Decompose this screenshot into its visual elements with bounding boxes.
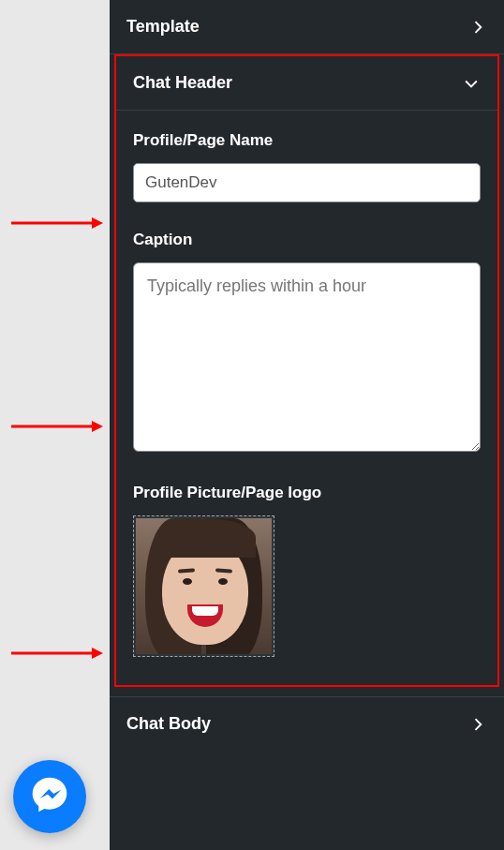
profile-picture-preview xyxy=(136,518,272,654)
caption-label: Caption xyxy=(133,231,481,249)
annotation-arrow-icon xyxy=(9,417,103,436)
profile-picture-upload[interactable] xyxy=(133,515,274,657)
chevron-down-icon xyxy=(462,74,481,93)
annotation-arrow-icon xyxy=(9,214,103,232)
section-template-title: Template xyxy=(126,17,200,37)
profile-picture-label: Profile Picture/Page logo xyxy=(133,484,481,502)
section-chat-body-header[interactable]: Chat Body xyxy=(110,696,504,751)
section-template-header[interactable]: Template xyxy=(110,0,504,54)
svg-marker-1 xyxy=(92,217,103,229)
settings-sidebar: Template Chat Header Profile/Page Name C… xyxy=(110,0,504,850)
profile-name-input[interactable] xyxy=(133,163,481,202)
chat-header-highlight: Chat Header Profile/Page Name Caption Pr… xyxy=(114,54,499,687)
messenger-icon xyxy=(29,774,70,819)
annotation-arrow-icon xyxy=(9,644,103,663)
svg-marker-5 xyxy=(92,648,103,659)
profile-name-field: Profile/Page Name xyxy=(133,131,481,202)
section-chat-header-title: Chat Header xyxy=(133,73,232,93)
chevron-right-icon xyxy=(468,715,487,734)
section-chat-body-title: Chat Body xyxy=(126,714,211,734)
caption-field: Caption xyxy=(133,231,481,455)
section-chat-header-header[interactable]: Chat Header xyxy=(116,56,497,111)
profile-picture-field: Profile Picture/Page logo xyxy=(133,484,481,657)
messenger-fab-button[interactable] xyxy=(13,760,86,833)
caption-input[interactable] xyxy=(133,262,481,452)
chat-header-body: Profile/Page Name Caption Profile Pictur… xyxy=(116,111,497,685)
svg-marker-3 xyxy=(92,421,103,432)
profile-name-label: Profile/Page Name xyxy=(133,131,481,150)
chevron-right-icon xyxy=(468,18,487,37)
